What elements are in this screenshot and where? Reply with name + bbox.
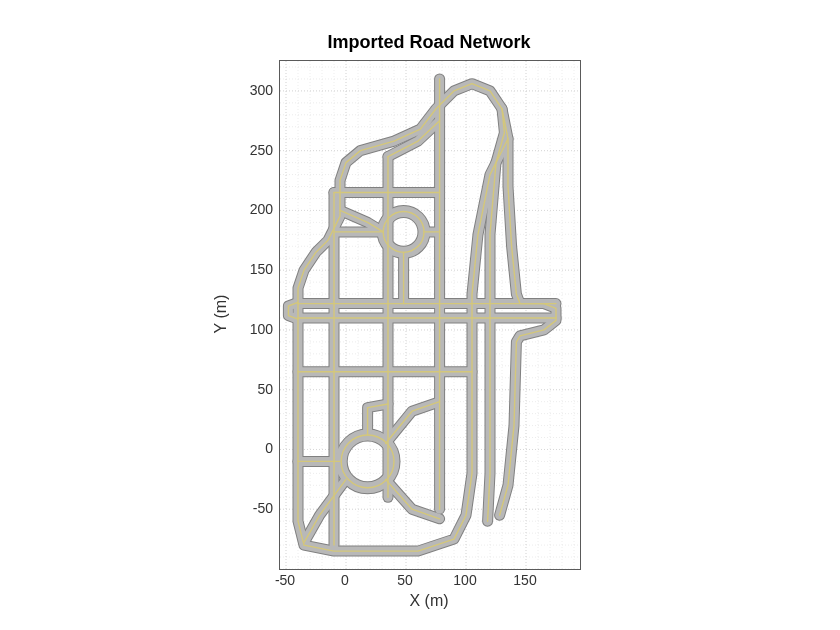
road-network	[280, 61, 580, 569]
x-tick: 150	[513, 572, 536, 588]
y-tick: 200	[233, 201, 273, 217]
figure: Imported Road Network X (m) Y (m) -50050…	[0, 0, 840, 630]
y-tick: 100	[233, 321, 273, 337]
x-axis-label: X (m)	[279, 592, 579, 610]
x-tick: 50	[397, 572, 413, 588]
y-tick: 250	[233, 142, 273, 158]
y-tick: 150	[233, 261, 273, 277]
y-axis-label: Y (m)	[212, 60, 232, 568]
x-tick: 0	[341, 572, 349, 588]
x-tick: -50	[275, 572, 295, 588]
y-tick: 50	[233, 381, 273, 397]
axes	[279, 60, 581, 570]
y-tick: 300	[233, 82, 273, 98]
chart-title: Imported Road Network	[279, 32, 579, 53]
y-tick: -50	[233, 500, 273, 516]
y-tick: 0	[233, 440, 273, 456]
x-tick: 100	[453, 572, 476, 588]
